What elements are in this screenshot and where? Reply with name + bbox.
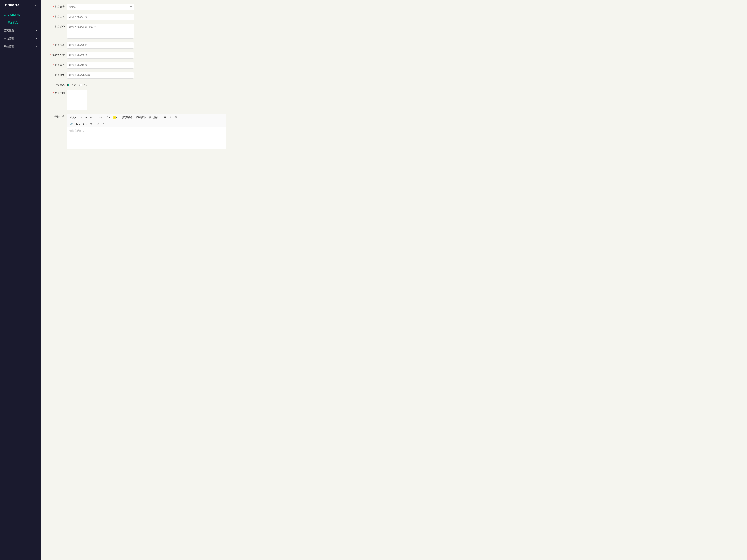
todo-icon: ☑ [175,116,177,119]
toolbar-fullscreen-btn[interactable]: ⛶ [118,122,123,126]
toolbar-ol-btn[interactable]: ☷ [168,115,173,119]
line-height-label: 默认行高· [149,116,159,119]
ol-icon: ☷ [169,116,172,119]
toolbar-underline-btn[interactable]: U [89,115,93,119]
link-icon: 🔗 [70,123,73,125]
video-icon: ▶ [83,123,85,125]
module-mgmt-chevron: ∨ [35,37,37,40]
editor-placeholder: 请输入内容... [70,129,85,132]
label-status: 上架状态 [48,82,65,87]
toolbar-bg-color-btn[interactable]: A▾ [112,115,119,119]
sidebar-title: Dashboard [4,3,19,7]
editor-toolbar-row2: 🔗 🖼▾ ▶▾ ⊞▾ </> ⁼ [67,121,226,127]
toolbar-link-btn[interactable]: 🔗 [69,122,74,126]
field-detail: 详情内容 正文▾ ❝ B U [48,114,740,150]
toolbar-ul-btn[interactable]: ☰ [163,115,168,119]
input-stock[interactable] [67,62,134,69]
format-clear-icon: ⁼ [103,123,104,125]
label-sale-price: 商品售卖价 [48,52,65,57]
sidebar-collapse-icon[interactable]: ▲ [35,4,37,6]
font-size-label: 默认字号· [123,116,133,119]
field-brief: 商品简介 [48,24,740,38]
toolbar-todo-btn[interactable]: ☑ [173,115,178,119]
sidebar-item-dashboard[interactable]: ⊙ Dashboard [0,10,41,19]
home-config-label: 首页配置 [4,29,14,32]
toolbar-image-btn[interactable]: 🖼▾ [75,122,81,126]
toolbar-more-btn[interactable]: ···▾ [97,115,103,119]
sep3 [120,116,120,119]
undo-icon: ↩ [109,123,111,125]
bg-color-icon: A [113,116,115,119]
font-color-icon: A [107,116,108,119]
module-mgmt-label: 模块管理 [4,37,14,41]
upload-plus-icon: + [76,97,79,103]
sidebar-section-system-mgmt[interactable]: 系统管理 ∨ [0,43,41,51]
input-tags[interactable] [67,72,134,79]
underline-icon: U [90,116,92,119]
toolbar-code-btn[interactable]: </> [96,122,102,126]
input-price[interactable] [67,42,134,49]
editor-toolbar-row1: 正文▾ ❝ B U I ···▾ [67,114,226,121]
toolbar-redo-btn[interactable]: ↪ [113,122,118,126]
sidebar-add-product[interactable]: ＋ 添加商品 [0,19,41,27]
sidebar-item-dashboard-label: Dashboard [7,13,37,16]
dashboard-icon: ⊙ [4,13,6,16]
toolbar-font-family-btn[interactable]: 默认字体· [134,115,147,120]
label-stock: 商品库存 [48,62,65,67]
editor-content-area[interactable]: 请输入内容... [67,127,226,149]
sidebar: Dashboard ▲ ⊙ Dashboard ＋ 添加商品 首页配置 ∨ 模块… [0,0,41,560]
format-label: 正文▾ [70,116,76,119]
label-main-image: 商品主图 [48,90,65,95]
field-stock: 商品库存 [48,62,740,69]
system-mgmt-chevron: ∨ [35,45,37,48]
field-sale-price: 商品售卖价 [48,52,740,58]
sidebar-header: Dashboard ▲ [0,0,41,10]
status-off[interactable]: 下架 [79,83,88,87]
status-off-label: 下架 [83,83,88,87]
label-brief: 商品简介 [48,24,65,28]
toolbar-video-btn[interactable]: ▶▾ [82,122,88,126]
quote-icon: ❝ [81,116,82,119]
status-on[interactable]: 上架 [67,83,76,87]
textarea-brief[interactable] [67,24,134,38]
image-icon: 🖼 [76,123,78,125]
status-on-label: 上架 [71,83,76,87]
input-name[interactable] [67,14,134,20]
ul-icon: ☰ [164,116,166,119]
select-category[interactable]: Select [67,4,134,10]
plus-icon: ＋ [4,21,6,24]
sidebar-section-home-config[interactable]: 首页配置 ∨ [0,27,41,35]
code-icon: </> [97,123,100,125]
toolbar-quote-btn[interactable]: ❝ [80,115,84,119]
toolbar-font-color-btn[interactable]: A▾ [105,115,111,120]
toolbar-bold-btn[interactable]: B [84,115,88,119]
label-tags: 商品标签 [48,72,65,77]
radio-on[interactable] [67,84,70,86]
main-content: 商品分类 Select 商品名称 商品简介 商品价格 商品售卖价 商品库存 [41,0,747,560]
field-tags: 商品标签 [48,72,740,79]
bold-icon: B [85,116,87,119]
form-container: 商品分类 Select 商品名称 商品简介 商品价格 商品售卖价 商品库存 [41,0,747,560]
image-upload-button[interactable]: + [67,90,87,110]
sidebar-section-module-mgmt[interactable]: 模块管理 ∨ [0,35,41,43]
home-config-chevron: ∨ [35,29,37,32]
redo-icon: ↪ [114,123,117,125]
add-product-label: 添加商品 [7,21,18,24]
toolbar-format-btn[interactable]: 正文▾ [69,115,77,120]
field-price: 商品价格 [48,42,740,49]
status-radio-group: 上架 下架 [67,82,88,87]
toolbar-format-clear-btn[interactable]: ⁼ [102,122,106,126]
toolbar-table-btn[interactable]: ⊞▾ [88,122,95,126]
input-sale-price[interactable] [67,52,134,58]
field-main-image: 商品主图 + [48,90,740,110]
field-name: 商品名称 [48,14,740,20]
system-mgmt-label: 系统管理 [4,45,14,48]
toolbar-line-height-btn[interactable]: 默认行高· [148,115,161,120]
toolbar-font-size-btn[interactable]: 默认字号· [121,115,134,120]
toolbar-italic-btn[interactable]: I [94,115,97,119]
sep2 [104,116,104,119]
radio-off[interactable] [79,84,82,86]
sep4 [161,116,162,119]
fullscreen-icon: ⛶ [120,123,122,125]
toolbar-undo-btn[interactable]: ↩ [108,122,113,126]
